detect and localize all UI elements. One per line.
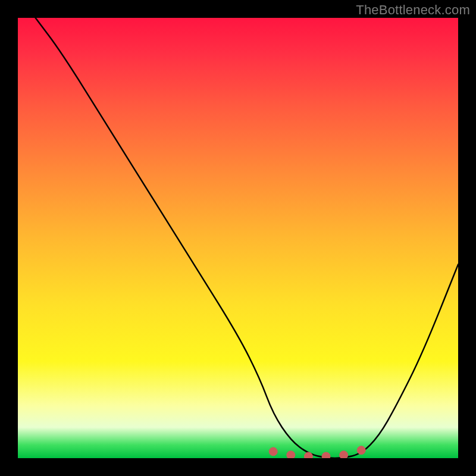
curve-marker: [357, 446, 365, 455]
curve-marker: [304, 452, 312, 458]
plot-area: [18, 18, 458, 458]
bottleneck-curve: [36, 18, 458, 458]
curve-marker: [287, 451, 295, 458]
curve-marker: [269, 447, 277, 456]
chart-frame: TheBottleneck.com: [0, 0, 476, 476]
watermark-text: TheBottleneck.com: [356, 2, 470, 18]
curve-marker: [340, 451, 348, 458]
curve-marker: [322, 452, 330, 458]
chart-svg: [18, 18, 458, 458]
